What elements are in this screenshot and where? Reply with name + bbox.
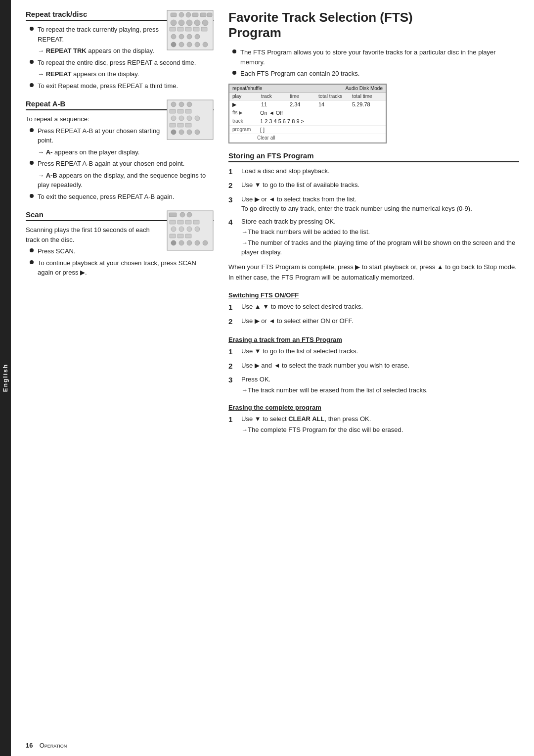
- svg-point-40: [171, 130, 176, 135]
- list-item: To exit the sequence, press REPEAT A-B a…: [26, 192, 214, 202]
- bullet-text: To exit the sequence, press REPEAT A-B a…: [38, 192, 214, 202]
- data-time: 2.34: [290, 101, 314, 107]
- svg-rect-58: [185, 234, 191, 238]
- col-header-track: track: [261, 94, 286, 99]
- svg-rect-32: [185, 109, 191, 113]
- bullet-icon: [30, 60, 34, 64]
- svg-point-20: [195, 34, 200, 39]
- step-content: Use ▲ ▼ to move to select desired tracks…: [241, 302, 519, 312]
- arrow-text: A-B appears on the display, and the sequ…: [38, 172, 206, 189]
- repeat-track-disc-section: Repeat track/disc To repeat the track cu…: [26, 10, 214, 91]
- svg-point-52: [171, 227, 176, 232]
- step-2: 2 Use ▼ to go to the list of available t…: [228, 180, 519, 191]
- step-text: Press OK.: [241, 376, 270, 383]
- fts-screen-mockup: repeat/shuffle Audio Disk Mode play trac…: [228, 84, 387, 143]
- step-text: Load a disc and stop playback.: [241, 167, 330, 175]
- svg-point-62: [195, 240, 200, 245]
- svg-point-29: [187, 102, 192, 107]
- main-title-line1: Favorite Track Selection (FTS): [228, 10, 413, 25]
- track-value: 1 2 3 4 5 6 7 8 9 >: [260, 118, 304, 124]
- step-num: 2: [228, 361, 238, 372]
- step-text: Use ▼ to go to the list of available tra…: [241, 181, 359, 189]
- col-header-total-time: total time: [352, 94, 382, 99]
- bullet-icon: [30, 194, 34, 198]
- data-total-time: 5.29.78: [352, 101, 382, 107]
- main-title-line2: Program: [228, 25, 281, 40]
- clear-all-text: Clear all: [257, 135, 275, 141]
- step-text: Use ▶ or ◄ to select tracks from the lis…: [241, 195, 356, 203]
- storing-para: When your FTS Program is complete, press…: [228, 262, 519, 283]
- svg-point-59: [171, 240, 176, 245]
- arrow-note: → A-B appears on the display, and the se…: [26, 171, 214, 190]
- svg-rect-5: [200, 13, 206, 17]
- step-content: Use ▼ to select CLEAR ALL, then press OK…: [241, 414, 519, 434]
- arrow-icon: →: [38, 148, 44, 156]
- list-item: To continue playback at your chosen trac…: [26, 258, 214, 278]
- svg-point-41: [179, 130, 184, 135]
- svg-rect-12: [170, 27, 176, 31]
- col-header-time: time: [290, 94, 314, 99]
- svg-rect-37: [170, 123, 176, 127]
- bullet-icon: [30, 248, 34, 252]
- arrow-note: → A- appears on the player display.: [26, 147, 214, 157]
- data-track: 11: [261, 101, 286, 107]
- step-arrow-1: →The track numbers will be added to the …: [241, 227, 519, 237]
- step-content: Use ▶ or ◄ to select either ON or OFF.: [241, 316, 519, 326]
- col-header-play: play: [232, 94, 257, 99]
- svg-point-18: [179, 34, 184, 39]
- erasing-track-section: Erasing a track from an FTS Program 1 Us…: [228, 336, 519, 395]
- list-item: Press REPEAT A-B at your chosen starting…: [26, 126, 161, 145]
- svg-point-42: [187, 130, 192, 135]
- svg-point-17: [171, 34, 176, 39]
- bullet-icon: [30, 260, 34, 264]
- step-content: Store each track by pressing OK. →The tr…: [241, 217, 519, 257]
- step-num: 2: [228, 316, 238, 328]
- clear-all-row: Clear all: [229, 134, 386, 142]
- scan-section: Scan Scanning plays the first 10 seconds…: [26, 210, 214, 278]
- fts-header: repeat/shuffle Audio Disk Mode: [229, 85, 386, 93]
- svg-point-27: [171, 102, 176, 107]
- program-label: program: [232, 127, 257, 132]
- fts-col-headers: play track time total tracks total time: [229, 93, 386, 100]
- bullet-icon: [30, 161, 34, 165]
- svg-rect-30: [170, 109, 176, 113]
- fts-header-left: repeat/shuffle: [232, 86, 262, 91]
- data-play: ▶: [232, 101, 257, 108]
- bullet-icon: [30, 27, 34, 31]
- step-arrow: →The complete FTS Program for the disc w…: [241, 425, 519, 435]
- fts-program-row: program [ ]: [229, 126, 386, 134]
- list-item: To exit Repeat mode, press REPEAT a thir…: [26, 81, 214, 91]
- svg-rect-14: [185, 27, 191, 31]
- switching-title: Switching FTS ON/OFF: [228, 291, 519, 299]
- svg-point-3: [186, 12, 191, 17]
- step-text: Store each track by pressing OK.: [241, 218, 336, 225]
- bullet-text: To repeat the entire disc, press REPEAT …: [38, 58, 214, 68]
- step-arrow: →The track number will be erased from th…: [241, 385, 519, 395]
- erase-step-1: 1 Use ▼ to go to the list of selected tr…: [228, 346, 519, 358]
- step-content: Press OK. →The track number will be eras…: [241, 375, 519, 395]
- svg-rect-51: [193, 220, 199, 224]
- svg-rect-6: [207, 13, 212, 17]
- list-item: To repeat the entire disc, press REPEAT …: [26, 58, 214, 68]
- sidebar-label: English: [2, 364, 9, 392]
- svg-point-7: [171, 20, 177, 26]
- svg-point-28: [179, 102, 184, 107]
- repeat-ab-section: Repeat A-B To repeat a sequence: Press R…: [26, 99, 214, 201]
- step-4: 4 Store each track by pressing OK. →The …: [228, 217, 519, 257]
- erase-step-3: 3 Press OK. →The track number will be er…: [228, 375, 519, 395]
- bullet-icon: [30, 83, 34, 87]
- svg-point-9: [186, 20, 192, 26]
- clear-all-bold: CLEAR ALL: [288, 415, 324, 423]
- fts-fts-row: fts ▶ On ◄ Off: [229, 109, 386, 117]
- erasing-track-title: Erasing a track from an FTS Program: [228, 336, 519, 343]
- svg-rect-50: [185, 220, 191, 224]
- switch-step-2: 2 Use ▶ or ◄ to select either ON or OFF.: [228, 316, 519, 328]
- arrow-icon: →: [38, 70, 44, 78]
- svg-point-25: [203, 42, 208, 47]
- track-label: track: [232, 118, 257, 124]
- svg-point-53: [179, 227, 184, 232]
- bullet-icon: [232, 49, 236, 53]
- svg-point-36: [195, 116, 200, 121]
- program-value: [ ]: [260, 127, 265, 133]
- arrow-icon: →: [38, 172, 44, 179]
